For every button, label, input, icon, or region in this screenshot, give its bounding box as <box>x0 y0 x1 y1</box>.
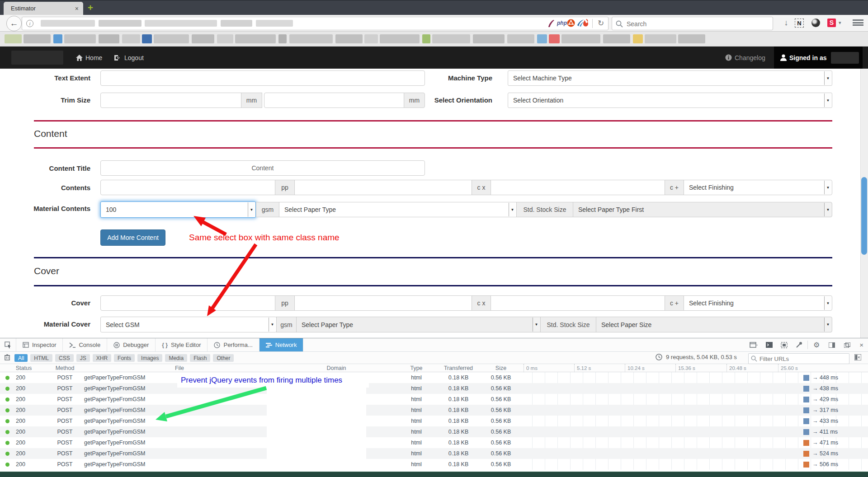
bookmark-item-blurred[interactable] <box>633 34 643 43</box>
col-domain[interactable]: Domain <box>275 365 398 371</box>
orientation-select[interactable]: Select Orientation▼ <box>508 93 832 108</box>
trim-width-input[interactable] <box>100 93 241 108</box>
search-box[interactable] <box>612 17 773 30</box>
add-more-content-button[interactable]: Add More Content <box>100 229 165 246</box>
filter-css[interactable]: CSS <box>55 354 74 362</box>
filter-js[interactable]: JS <box>76 354 90 362</box>
filter-all[interactable]: All <box>14 354 28 362</box>
network-request-row[interactable]: 200POSTgetPaperTypeFromGSMhtml0.18 KB0.5… <box>0 394 868 405</box>
element-picker-icon[interactable] <box>0 338 16 351</box>
machine-type-select[interactable]: Select Machine Type▼ <box>508 70 832 86</box>
bookmark-item-blurred[interactable] <box>235 34 276 43</box>
network-request-row[interactable]: 200POSTgetPaperTypeFromGSMhtml0.18 KB0.5… <box>0 372 868 383</box>
browser-tab-estimator[interactable]: Estimator × <box>4 2 83 15</box>
filter-urls-input[interactable] <box>759 354 849 363</box>
php-icon[interactable]: php <box>557 20 567 26</box>
iframe-select-icon[interactable] <box>745 338 762 351</box>
apache-icon[interactable] <box>546 19 556 28</box>
devtools-tab-style-editor[interactable]: { } Style Editor <box>156 338 208 351</box>
contents-cplus-input[interactable] <box>491 180 665 195</box>
bookmark-item-blurred[interactable] <box>5 34 22 43</box>
nimbus-screenshot-icon[interactable]: N <box>795 19 804 28</box>
devtools-tab-performance[interactable]: Performa... <box>208 338 259 351</box>
text-extent-input[interactable] <box>100 70 425 86</box>
bookmark-item-blurred[interactable] <box>122 34 140 43</box>
chevron-down-icon[interactable]: ▾ <box>839 20 841 26</box>
bookmark-item-blurred[interactable] <box>278 34 287 43</box>
responsive-mode-icon[interactable] <box>777 338 792 351</box>
filter-urls-box[interactable] <box>748 353 849 364</box>
contents-finishing-select[interactable]: Select Finishing▼ <box>684 180 832 195</box>
bookmark-item-blurred[interactable] <box>537 34 547 43</box>
bookmark-item-blurred[interactable] <box>678 34 705 43</box>
bookmark-item-blurred[interactable] <box>24 34 51 43</box>
col-transferred[interactable]: Transferred <box>435 365 482 371</box>
devtools-tab-network[interactable]: Network <box>259 338 304 351</box>
close-devtools-icon[interactable]: × <box>855 338 868 351</box>
material-contents-paper-type-select[interactable]: Select Paper Type▼ <box>279 202 517 217</box>
devtools-tab-inspector[interactable]: Inspector <box>16 338 63 351</box>
filter-xhr[interactable]: XHR <box>93 354 111 362</box>
info-icon[interactable]: i <box>26 20 33 27</box>
col-size[interactable]: Size <box>482 365 520 371</box>
nav-logout[interactable]: Logout <box>114 47 144 69</box>
nav-signed-in[interactable]: Signed in as <box>774 47 863 69</box>
network-request-row[interactable]: 200POSTgetPaperTypeFromGSMhtml0.18 KB0.5… <box>0 448 868 459</box>
nav-changelog[interactable]: Changelog <box>725 47 765 69</box>
reload-icon[interactable]: ↻ <box>596 19 606 28</box>
search-input[interactable] <box>626 18 770 30</box>
sidebar-toggle-icon[interactable] <box>824 338 840 351</box>
eyedropper-icon[interactable] <box>792 338 807 351</box>
filter-media[interactable]: Media <box>165 354 187 362</box>
page-scrollbar-thumb[interactable] <box>861 177 867 255</box>
cover-pp-input[interactable] <box>100 295 275 311</box>
bookmark-item-blurred[interactable] <box>335 34 363 43</box>
col-file[interactable]: File <box>82 365 275 371</box>
bookmark-item-blurred[interactable] <box>217 34 233 43</box>
material-contents-gsm-select[interactable]: 100▼ <box>100 201 256 218</box>
filter-images[interactable]: Images <box>137 354 162 362</box>
material-contents-paper-size-select[interactable]: Select Paper Type First▼ <box>573 202 832 217</box>
bookmark-item-blurred[interactable] <box>289 34 333 43</box>
network-request-row[interactable]: 200POSTgetPaperTypeFromGSMhtml0.18 KB0.5… <box>0 416 868 426</box>
nav-home[interactable]: Home <box>76 47 102 69</box>
bookmark-item-blurred[interactable] <box>142 34 152 43</box>
filter-other[interactable]: Other <box>213 354 234 362</box>
filter-html[interactable]: HTML <box>30 354 52 362</box>
new-tab-button[interactable]: + <box>86 4 95 13</box>
bookmark-item-blurred[interactable] <box>380 34 420 43</box>
filter-fonts[interactable]: Fonts <box>114 354 135 362</box>
bookmark-item-blurred[interactable] <box>561 34 600 43</box>
col-method[interactable]: Method <box>47 365 82 371</box>
clear-requests-icon[interactable] <box>0 354 14 362</box>
stylish-icon[interactable]: S <box>827 19 836 27</box>
cover-cplus-input[interactable] <box>491 295 665 311</box>
contents-cx-input[interactable] <box>294 180 472 195</box>
bookmark-item-blurred[interactable] <box>53 34 62 43</box>
codeigniter-icon[interactable] <box>582 19 590 28</box>
bookmark-item-blurred[interactable] <box>364 34 378 43</box>
gear-icon[interactable]: ⚙ <box>809 338 824 351</box>
devtools-tab-debugger[interactable]: Debugger <box>107 338 156 351</box>
ubuntu-icon[interactable] <box>567 19 575 27</box>
hamburger-menu-icon[interactable] <box>853 19 863 26</box>
bookmark-item-blurred[interactable] <box>422 34 430 43</box>
network-request-row[interactable]: 200POSTgetPaperTypeFromGSMhtml0.18 KB0.5… <box>0 437 868 448</box>
bookmark-item-blurred[interactable] <box>549 34 560 43</box>
back-button[interactable]: ← <box>6 16 22 31</box>
material-cover-gsm-select[interactable]: Select GSM▼ <box>100 317 277 332</box>
content-title-input[interactable] <box>100 160 425 176</box>
network-request-row[interactable]: 200POSTgetPaperTypeFromGSMhtml0.18 KB0.5… <box>0 426 868 437</box>
tab-close-icon[interactable]: × <box>75 5 79 12</box>
col-type[interactable]: Type <box>398 365 435 371</box>
material-cover-paper-size-select[interactable]: Select Paper Size▼ <box>596 317 832 332</box>
filter-flash[interactable]: Flash <box>190 354 210 362</box>
network-details-toggle-icon[interactable] <box>854 354 861 362</box>
bookmark-item-blurred[interactable] <box>64 34 96 43</box>
network-request-row[interactable]: 200POSTgetPaperTypeFromGSMhtml0.18 KB0.5… <box>0 459 868 470</box>
bookmarks-bar[interactable] <box>0 32 868 47</box>
bookmark-item-blurred[interactable] <box>432 34 470 43</box>
col-status[interactable]: Status <box>0 365 47 371</box>
bookmark-item-blurred[interactable] <box>507 34 534 43</box>
bookmark-item-blurred[interactable] <box>645 34 676 43</box>
